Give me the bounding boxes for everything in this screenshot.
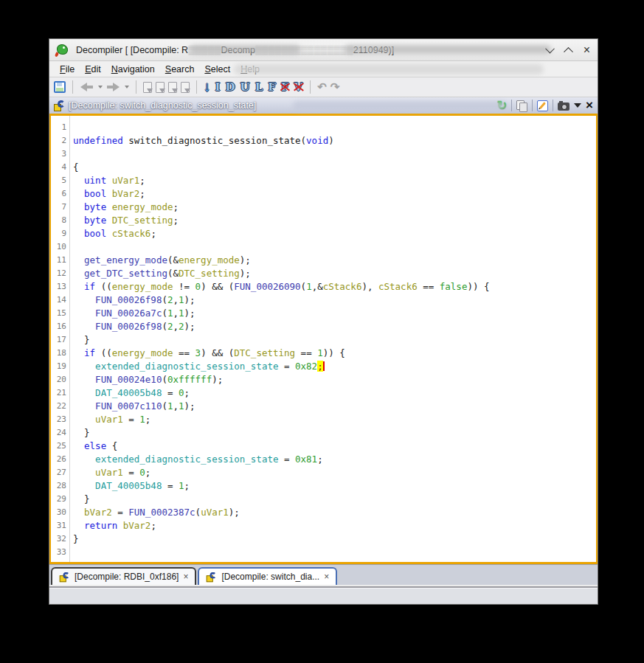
code-line[interactable]: } bbox=[73, 493, 596, 506]
refresh-icon[interactable]: ↻ bbox=[497, 100, 507, 111]
code-line[interactable]: uint uVar1; bbox=[73, 174, 596, 187]
line-number: 11 bbox=[51, 254, 69, 267]
line-number: 10 bbox=[51, 240, 69, 254]
line-number: 17 bbox=[51, 333, 69, 347]
menu-select[interactable]: Select bbox=[200, 63, 235, 76]
code-line[interactable]: DAT_40005b48 = 0; bbox=[73, 386, 596, 400]
decompiler-window: Decompiler [ [Decompile: R▒▒▒▒▒Decomp▒▒▒… bbox=[49, 38, 598, 605]
menu-file[interactable]: File bbox=[55, 63, 79, 76]
code-line[interactable]: extended_diagnostic_session_state = 0x81… bbox=[73, 453, 596, 466]
code-line[interactable]: DAT_40005b48 = 1; bbox=[73, 479, 596, 493]
code-line[interactable]: bool cStack6; bbox=[73, 227, 596, 240]
line-number: 9 bbox=[51, 227, 69, 240]
back-dropdown-icon[interactable] bbox=[98, 86, 103, 88]
menu-search[interactable]: Search bbox=[161, 63, 199, 76]
code-line[interactable]: byte energy_mode; bbox=[73, 201, 596, 214]
line-number: 16 bbox=[51, 320, 69, 333]
provider-dropdown-icon[interactable] bbox=[574, 103, 581, 108]
code-listing[interactable]: undefined switch_diagnostic_session_stat… bbox=[70, 116, 596, 562]
window-title: Decompiler [ [Decompile: R▒▒▒▒▒Decomp▒▒▒… bbox=[76, 45, 394, 55]
code-line[interactable]: FUN_00026f98(2,2); bbox=[73, 320, 596, 333]
line-number: 8 bbox=[51, 214, 69, 227]
code-line[interactable]: extended_diagnostic_session_state = 0x82… bbox=[73, 360, 596, 373]
line-number: 14 bbox=[51, 294, 69, 307]
line-number: 3 bbox=[51, 147, 69, 161]
tab-label: [Decompile: RDBI_0xf186] bbox=[75, 572, 179, 582]
undo-icon[interactable]: ↶ bbox=[317, 82, 327, 92]
code-line[interactable]: get_energy_mode(&energy_mode); bbox=[73, 254, 596, 267]
line-number: 22 bbox=[51, 400, 69, 413]
menu-bar: File Edit Navigation Search Select Help bbox=[49, 61, 598, 77]
code-line[interactable]: if ((energy_mode != 0) && (FUN_00026090(… bbox=[73, 280, 596, 294]
code-line[interactable]: get_DTC_setting(&DTC_setting); bbox=[73, 267, 596, 280]
toolbar-letter-V-crossed[interactable]: V bbox=[294, 80, 304, 94]
maximize-button[interactable] bbox=[564, 47, 573, 57]
code-line[interactable]: FUN_0007c110(1,1); bbox=[73, 400, 596, 413]
provider-close-icon[interactable]: × bbox=[586, 100, 593, 111]
code-line[interactable]: } bbox=[73, 333, 596, 347]
jump-down-arrow-icon[interactable]: ↓ bbox=[204, 80, 211, 94]
code-line[interactable] bbox=[73, 121, 596, 134]
snapshot-page-icon-1[interactable] bbox=[143, 82, 152, 93]
redo-icon[interactable]: ↷ bbox=[330, 82, 340, 92]
decompiled-code-panel[interactable]: 1234567891011121314151617181920212223242… bbox=[49, 116, 598, 564]
line-number: 13 bbox=[51, 280, 69, 294]
code-line[interactable]: uVar1 = 0; bbox=[73, 466, 596, 479]
code-line[interactable]: bool bVar2; bbox=[73, 187, 596, 201]
code-line[interactable]: else { bbox=[73, 440, 596, 453]
line-number: 23 bbox=[51, 413, 69, 426]
snapshot-page-icon-4[interactable] bbox=[181, 82, 190, 93]
line-number: 6 bbox=[51, 187, 69, 201]
code-line[interactable]: { bbox=[73, 161, 596, 174]
code-line[interactable]: bVar2 = FUN_0002387c(uVar1); bbox=[73, 506, 596, 519]
code-line[interactable]: byte DTC_setting; bbox=[73, 214, 596, 227]
line-number: 15 bbox=[51, 307, 69, 320]
line-number: 30 bbox=[51, 506, 69, 519]
menu-navigation[interactable]: Navigation bbox=[107, 63, 159, 76]
back-icon[interactable] bbox=[80, 82, 94, 92]
line-number: 12 bbox=[51, 267, 69, 280]
toolbar-letter-U[interactable]: U bbox=[240, 80, 251, 94]
snapshot-camera-icon[interactable] bbox=[558, 103, 569, 111]
tab-decompile-rdbi[interactable]: [Decompile: RDBI_0xf186] × bbox=[51, 567, 196, 585]
line-number: 26 bbox=[51, 453, 69, 466]
title-bar[interactable]: Decompiler [ [Decompile: R▒▒▒▒▒Decomp▒▒▒… bbox=[49, 39, 598, 61]
line-number: 19 bbox=[51, 360, 69, 373]
code-line[interactable]: undefined switch_diagnostic_session_stat… bbox=[73, 134, 596, 147]
code-line[interactable]: FUN_00026f98(2,1); bbox=[73, 294, 596, 307]
toolbar-letter-D[interactable]: D bbox=[225, 80, 236, 94]
code-line[interactable]: FUN_00026a7c(1,1); bbox=[73, 307, 596, 320]
menu-help[interactable]: Help bbox=[236, 63, 264, 76]
edit-icon[interactable] bbox=[537, 100, 548, 111]
line-number: 29 bbox=[51, 493, 69, 506]
code-line[interactable] bbox=[73, 240, 596, 254]
toolbar-letter-F-crossed[interactable]: F bbox=[280, 80, 290, 94]
code-line[interactable]: } bbox=[73, 426, 596, 440]
tab-decompile-switch[interactable]: [Decompile: switch_dia... × bbox=[198, 567, 337, 585]
tab-label: [Decompile: switch_dia... bbox=[221, 572, 319, 582]
line-number: 25 bbox=[51, 440, 69, 453]
snapshot-page-icon-2[interactable] bbox=[156, 82, 165, 93]
snapshot-page-icon-3[interactable] bbox=[168, 82, 177, 93]
toolbar-letter-I[interactable]: I bbox=[215, 80, 221, 94]
minimize-button[interactable] bbox=[545, 44, 555, 54]
tab-close-icon[interactable]: × bbox=[324, 572, 329, 582]
provider-title-bar[interactable]: [Decompile: switch_diagnostic_session_st… bbox=[49, 97, 598, 116]
forward-icon[interactable] bbox=[106, 82, 120, 92]
toolbar-letter-F[interactable]: F bbox=[267, 80, 277, 94]
forward-dropdown-icon[interactable] bbox=[125, 86, 129, 88]
code-line[interactable] bbox=[73, 546, 596, 559]
toolbar-letter-L[interactable]: L bbox=[255, 80, 264, 94]
code-line[interactable]: } bbox=[73, 532, 596, 546]
tab-close-icon[interactable]: × bbox=[183, 572, 188, 582]
copy-icon[interactable] bbox=[516, 100, 527, 111]
menu-edit[interactable]: Edit bbox=[80, 63, 105, 76]
code-line[interactable]: FUN_00024e10(0xffffff); bbox=[73, 373, 596, 386]
line-number: 1 bbox=[51, 121, 69, 134]
code-line[interactable]: return bVar2; bbox=[73, 519, 596, 532]
code-line[interactable] bbox=[73, 147, 596, 161]
save-icon[interactable] bbox=[54, 81, 66, 93]
code-line[interactable]: uVar1 = 1; bbox=[73, 413, 596, 426]
code-line[interactable]: if ((energy_mode == 3) && (DTC_setting =… bbox=[73, 347, 596, 360]
close-button[interactable]: × bbox=[584, 46, 590, 53]
